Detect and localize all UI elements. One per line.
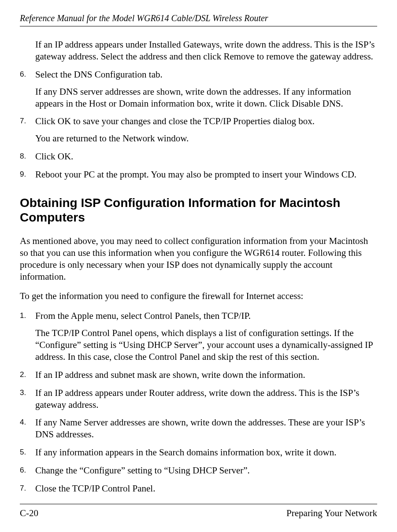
ordered-list-a: 6. Select the DNS Configuration tab. If … bbox=[20, 69, 377, 181]
list-item-text: Change the “Configure” setting to “Using… bbox=[35, 465, 377, 477]
list-marker: 6. bbox=[20, 70, 26, 79]
list-item: 1. From the Apple menu, select Control P… bbox=[20, 310, 377, 363]
footer-left: C-20 bbox=[20, 508, 38, 519]
list-item-text: Click OK to save your changes and close … bbox=[35, 115, 377, 127]
list-item-text: If any information appears in the Search… bbox=[35, 447, 377, 458]
list-item: 8. Click OK. bbox=[20, 151, 377, 163]
list-item-text: Select the DNS Configuration tab. bbox=[35, 69, 377, 81]
list-item-text: You are returned to the Network window. bbox=[35, 133, 377, 144]
footer-right: Preparing Your Network bbox=[286, 508, 377, 519]
list-item-text: From the Apple menu, select Control Pane… bbox=[35, 310, 377, 322]
list-item-text: Click OK. bbox=[35, 151, 377, 163]
page-footer: C-20 Preparing Your Network bbox=[20, 504, 377, 519]
list-marker: 5. bbox=[20, 447, 26, 457]
page-container: Reference Manual for the Model WGR614 Ca… bbox=[0, 0, 397, 532]
list-item-text: Close the TCP/IP Control Panel. bbox=[35, 483, 377, 495]
body-content: If an IP address appears under Installed… bbox=[20, 39, 377, 495]
running-title: Reference Manual for the Model WGR614 Ca… bbox=[20, 13, 377, 26]
ordered-list-b: 1. From the Apple menu, select Control P… bbox=[20, 310, 377, 495]
list-item: 7. Click OK to save your changes and clo… bbox=[20, 115, 377, 144]
list-item-text: If an IP address and subnet mask are sho… bbox=[35, 369, 377, 381]
list-item-text: The TCP/IP Control Panel opens, which di… bbox=[35, 327, 377, 363]
section-heading: Obtaining ISP Configuration Information … bbox=[20, 196, 377, 225]
continued-paragraph: If an IP address appears under Installed… bbox=[35, 39, 377, 63]
list-item-text: If any DNS server addresses are shown, w… bbox=[35, 86, 377, 110]
section-intro: As mentioned above, you may need to coll… bbox=[20, 235, 377, 283]
list-marker: 2. bbox=[20, 370, 26, 380]
list-item: 6. Select the DNS Configuration tab. If … bbox=[20, 69, 377, 110]
list-item: 6. Change the “Configure” setting to “Us… bbox=[20, 465, 377, 477]
section-lead: To get the information you need to confi… bbox=[20, 290, 377, 302]
list-marker: 7. bbox=[20, 484, 26, 493]
list-marker: 9. bbox=[20, 170, 26, 179]
list-marker: 4. bbox=[20, 417, 26, 427]
list-item: 4. If any Name Server addresses are show… bbox=[20, 417, 377, 440]
footer-rule bbox=[20, 504, 377, 504]
list-marker: 1. bbox=[20, 311, 26, 321]
list-item: 9. Reboot your PC at the prompt. You may… bbox=[20, 169, 377, 181]
header-rule bbox=[20, 26, 377, 26]
list-item: 7. Close the TCP/IP Control Panel. bbox=[20, 483, 377, 495]
list-item-text: If an IP address appears under Router ad… bbox=[35, 387, 377, 411]
list-marker: 6. bbox=[20, 466, 26, 475]
list-item-text: Reboot your PC at the prompt. You may al… bbox=[35, 169, 377, 181]
list-item: 3. If an IP address appears under Router… bbox=[20, 387, 377, 411]
footer-row: C-20 Preparing Your Network bbox=[20, 508, 377, 519]
list-item: 2. If an IP address and subnet mask are … bbox=[20, 369, 377, 381]
list-item-text: If any Name Server addresses are shown, … bbox=[35, 417, 377, 440]
list-item: 5. If any information appears in the Sea… bbox=[20, 447, 377, 458]
list-marker: 7. bbox=[20, 116, 26, 126]
list-marker: 8. bbox=[20, 151, 26, 161]
list-marker: 3. bbox=[20, 388, 26, 398]
